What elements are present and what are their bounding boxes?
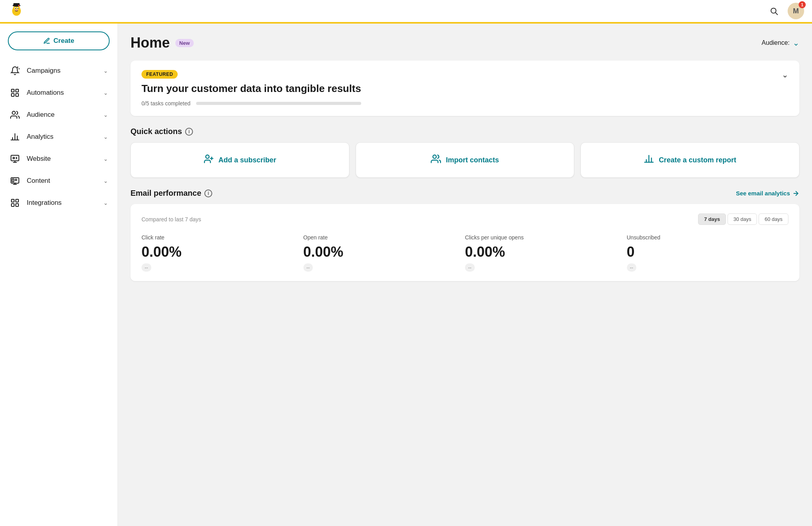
campaigns-label: Campaigns bbox=[27, 67, 61, 75]
progress-bar-background bbox=[196, 102, 361, 105]
metric-open-rate: Open rate 0.00% -- bbox=[303, 234, 465, 272]
svg-rect-31 bbox=[16, 199, 18, 202]
avatar-button[interactable]: M 1 bbox=[788, 3, 804, 19]
metrics-grid: Click rate 0.00% -- Open rate 0.00% -- C… bbox=[141, 234, 788, 272]
topbar-right: M 1 bbox=[766, 3, 804, 19]
logo bbox=[8, 2, 25, 20]
main-content: Home New Audience: ⌄ FEATURED Turn your … bbox=[118, 24, 812, 526]
metric-unsubscribed-value: 0 bbox=[627, 244, 781, 260]
metric-click-rate: Click rate 0.00% -- bbox=[141, 234, 303, 272]
main-layout: Create Campaigns ⌄ bbox=[0, 24, 812, 526]
metric-unsubscribed-change: -- bbox=[627, 263, 637, 272]
topbar: M 1 bbox=[0, 0, 812, 24]
metric-clicks-unique-value: 0.00% bbox=[465, 244, 619, 260]
page-header: Home New Audience: ⌄ bbox=[130, 35, 799, 51]
content-icon bbox=[9, 175, 20, 186]
svg-rect-15 bbox=[11, 89, 14, 92]
automations-label: Automations bbox=[27, 89, 64, 97]
svg-rect-17 bbox=[11, 94, 14, 96]
collapse-chevron-icon[interactable]: ⌄ bbox=[782, 70, 788, 79]
custom-report-button[interactable]: Create a custom report bbox=[581, 142, 799, 178]
featured-title: Turn your customer data into tangible re… bbox=[141, 83, 361, 95]
progress-text: 0/5 tasks completed bbox=[141, 100, 191, 107]
svg-point-5 bbox=[15, 8, 16, 9]
custom-report-label: Create a custom report bbox=[659, 156, 736, 164]
create-label: Create bbox=[53, 37, 74, 45]
filter-60days[interactable]: 60 days bbox=[759, 213, 788, 225]
audience-chevron: ⌄ bbox=[103, 112, 108, 118]
import-contacts-label: Import contacts bbox=[446, 156, 499, 164]
compared-text: Compared to last 7 days bbox=[141, 216, 201, 223]
website-icon bbox=[9, 153, 20, 164]
email-performance-header: Email performance i See email analytics bbox=[130, 189, 799, 198]
new-badge: New bbox=[175, 39, 194, 47]
svg-rect-33 bbox=[16, 204, 18, 206]
metric-clicks-unique-label: Clicks per unique opens bbox=[465, 234, 619, 241]
metric-open-rate-value: 0.00% bbox=[303, 244, 457, 260]
svg-point-34 bbox=[206, 155, 209, 158]
see-email-analytics-link[interactable]: See email analytics bbox=[736, 190, 799, 197]
svg-point-37 bbox=[433, 155, 437, 158]
notification-badge: 1 bbox=[799, 1, 806, 8]
svg-point-10 bbox=[18, 5, 20, 6]
add-subscriber-button[interactable]: Add a subscriber bbox=[130, 142, 349, 178]
svg-point-6 bbox=[17, 8, 18, 9]
email-performance-info-icon[interactable]: i bbox=[204, 189, 212, 197]
metric-click-rate-value: 0.00% bbox=[141, 244, 296, 260]
sidebar-item-campaigns[interactable]: Campaigns ⌄ bbox=[0, 60, 118, 82]
svg-rect-16 bbox=[16, 89, 18, 92]
analytics-chevron: ⌄ bbox=[103, 134, 108, 140]
sidebar: Create Campaigns ⌄ bbox=[0, 24, 118, 526]
campaigns-icon bbox=[9, 65, 20, 76]
create-button[interactable]: Create bbox=[8, 31, 110, 50]
quick-actions-grid: Add a subscriber Import contacts bbox=[130, 142, 799, 178]
metric-clicks-unique-change: -- bbox=[465, 263, 475, 272]
svg-rect-32 bbox=[11, 204, 14, 206]
quick-actions-title: Quick actions i bbox=[130, 127, 799, 136]
audience-label: Audience bbox=[27, 111, 55, 119]
analytics-label: Analytics bbox=[27, 133, 53, 141]
avatar-label: M bbox=[793, 7, 799, 15]
filter-7days[interactable]: 7 days bbox=[698, 213, 726, 225]
sidebar-item-website[interactable]: Website ⌄ bbox=[0, 148, 118, 170]
integrations-label: Integrations bbox=[27, 199, 62, 207]
quick-actions-info-icon[interactable]: i bbox=[185, 128, 193, 136]
featured-badge: FEATURED bbox=[141, 70, 178, 79]
integrations-chevron: ⌄ bbox=[103, 200, 108, 206]
email-performance-title: Email performance bbox=[130, 189, 201, 198]
sidebar-item-audience[interactable]: Audience ⌄ bbox=[0, 104, 118, 126]
sidebar-item-integrations[interactable]: Integrations ⌄ bbox=[0, 192, 118, 214]
svg-rect-27 bbox=[12, 179, 14, 182]
sidebar-item-content[interactable]: Content ⌄ bbox=[0, 170, 118, 192]
svg-rect-30 bbox=[11, 199, 14, 202]
website-chevron: ⌄ bbox=[103, 156, 108, 162]
metric-open-rate-change: -- bbox=[303, 263, 313, 272]
time-filters: 7 days 30 days 60 days bbox=[698, 213, 788, 225]
audience-icon bbox=[9, 109, 20, 120]
metric-open-rate-label: Open rate bbox=[303, 234, 457, 241]
featured-card: FEATURED Turn your customer data into ta… bbox=[130, 61, 799, 116]
filter-30days[interactable]: 30 days bbox=[727, 213, 757, 225]
content-chevron: ⌄ bbox=[103, 178, 108, 184]
metric-click-rate-change: -- bbox=[141, 263, 151, 272]
import-contacts-button[interactable]: Import contacts bbox=[356, 142, 575, 178]
sidebar-item-analytics[interactable]: Analytics ⌄ bbox=[0, 126, 118, 148]
metric-click-rate-label: Click rate bbox=[141, 234, 296, 241]
progress-row: 0/5 tasks completed bbox=[141, 100, 361, 107]
sidebar-item-automations[interactable]: Automations ⌄ bbox=[0, 82, 118, 104]
search-button[interactable] bbox=[766, 4, 781, 18]
svg-point-19 bbox=[12, 111, 15, 114]
audience-selector[interactable]: Audience: ⌄ bbox=[762, 38, 799, 48]
audience-chevron-icon: ⌄ bbox=[793, 38, 799, 48]
automations-icon bbox=[9, 87, 20, 98]
svg-point-25 bbox=[13, 157, 15, 159]
metric-unsubscribed: Unsubscribed 0 -- bbox=[627, 234, 789, 272]
performance-card: Compared to last 7 days 7 days 30 days 6… bbox=[130, 204, 799, 281]
website-label: Website bbox=[27, 155, 51, 163]
import-contacts-icon bbox=[431, 154, 441, 166]
metric-unsubscribed-label: Unsubscribed bbox=[627, 234, 781, 241]
automations-chevron: ⌄ bbox=[103, 90, 108, 96]
add-subscriber-label: Add a subscriber bbox=[219, 156, 276, 164]
analytics-icon bbox=[9, 131, 20, 142]
integrations-icon bbox=[9, 197, 20, 208]
